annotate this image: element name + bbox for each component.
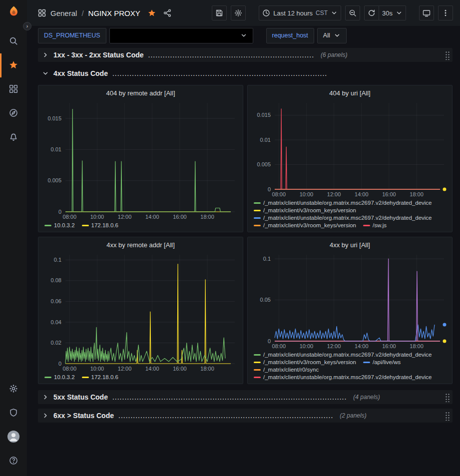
svg-text:08:00: 08:00	[63, 366, 77, 372]
svg-text:0.06: 0.06	[51, 298, 61, 304]
legend-item[interactable]: /_matrix/client/v3/room_keys/version	[254, 359, 356, 365]
svg-text:14:00: 14:00	[355, 191, 369, 197]
breadcrumb-separator: /	[81, 9, 83, 17]
svg-text:0.02: 0.02	[51, 340, 61, 346]
grafana-logo-icon[interactable]	[7, 5, 20, 20]
time-range-picker[interactable]: Last 12 hours CST	[259, 5, 341, 20]
svg-text:18:00: 18:00	[200, 366, 214, 372]
legend-item[interactable]: /_matrix/client/unstable/org.matrix.msc2…	[254, 352, 432, 358]
row-6xx-status-code[interactable]: 6xx > Status Code ......................…	[38, 409, 453, 423]
row-4xx-status-code[interactable]: 4xx Status Code ........................…	[38, 66, 453, 80]
svg-text:0.05: 0.05	[260, 297, 271, 303]
zoom-out-time-button[interactable]	[345, 5, 360, 20]
svg-text:16:00: 16:00	[382, 343, 396, 349]
row-title: 1xx - 3xx - 2xx Status Code	[53, 51, 144, 59]
page-title[interactable]: NGINX PROXY	[88, 9, 140, 17]
variable-label-request-host[interactable]: request_host	[266, 28, 314, 43]
dashboard-variables-bar: DS_PROMETHEUS request_host All	[27, 26, 460, 45]
shield-icon	[9, 408, 18, 419]
panel-title[interactable]: 4xx by remote addr [All]	[42, 240, 239, 251]
sidebar-item-server-admin[interactable]	[0, 401, 27, 425]
legend-item[interactable]: /_matrix/client/r0/sync	[254, 367, 319, 373]
dashboard-settings-button[interactable]	[231, 5, 246, 20]
panel-title[interactable]: 4xx by uri [All]	[252, 240, 448, 251]
legend-item[interactable]: 10.0.3.2	[44, 222, 75, 228]
timeseries-chart[interactable]: 08:0010:0012:0014:0016:0018:0000.0050.01…	[42, 99, 239, 221]
tv-mode-button[interactable]	[419, 5, 434, 20]
row-panel-count: (4 panels)	[353, 394, 380, 401]
refresh-button[interactable]	[364, 5, 379, 20]
row-title: 5xx Status Code	[53, 393, 108, 401]
sidebar-item-help[interactable]	[0, 449, 27, 473]
svg-text:16:00: 16:00	[173, 214, 187, 220]
variable-value-text: All	[323, 32, 330, 39]
legend-item[interactable]: /_matrix/client/unstable/org.matrix.msc2…	[254, 374, 432, 380]
row-5xx-status-code[interactable]: 5xx Status Code ........................…	[38, 390, 453, 404]
panel-title[interactable]: 404 by remote addr [All]	[42, 88, 239, 99]
sidebar-item-profile[interactable]	[0, 425, 27, 449]
row-drag-handle[interactable]	[445, 411, 450, 421]
svg-text:18:00: 18:00	[410, 343, 424, 349]
avatar	[7, 430, 20, 445]
dashboard-header: General / NGINX PROXY Last 12 hours CST …	[27, 0, 460, 26]
row-1xx-3xx-2xx-status-code[interactable]: 1xx - 3xx - 2xx Status Code ............…	[38, 48, 453, 62]
panel-title[interactable]: 404 by uri [All]	[252, 88, 448, 99]
help-icon	[9, 456, 18, 467]
refresh-interval-dropdown[interactable]: 30s	[379, 5, 406, 20]
kebab-menu-button[interactable]	[438, 5, 453, 20]
timeseries-chart[interactable]: 08:0010:0012:0014:0016:0018:0000.0050.01…	[252, 99, 448, 199]
favorite-star-icon[interactable]	[148, 9, 156, 17]
timeseries-chart[interactable]: 08:0010:0012:0014:0016:0018:0000.050.1	[252, 251, 448, 351]
chevron-right-icon	[42, 394, 49, 401]
search-icon	[9, 36, 18, 47]
svg-text:12:00: 12:00	[327, 191, 341, 197]
panel-legend: 10.0.3.2172.18.0.6	[42, 221, 239, 228]
sidebar	[0, 0, 27, 476]
svg-text:18:00: 18:00	[410, 191, 424, 197]
svg-text:16:00: 16:00	[173, 366, 187, 372]
legend-item[interactable]: /_matrix/client/v3/room_keys/version	[254, 207, 356, 213]
row-drag-handle[interactable]	[445, 393, 450, 402]
sidebar-item-dashboards[interactable]	[0, 77, 27, 101]
variable-value-request-host[interactable]: All	[317, 28, 347, 43]
legend-item[interactable]: /_matrix/client/unstable/org.matrix.msc2…	[254, 215, 432, 221]
sidebar-item-starred[interactable]	[0, 53, 27, 77]
timeseries-chart[interactable]: 08:0010:0012:0014:0016:0018:0000.020.040…	[42, 251, 239, 373]
svg-text:0.005: 0.005	[257, 161, 271, 167]
legend-item[interactable]: 172.18.0.6	[82, 374, 118, 380]
sidebar-expand-chevron[interactable]: ›	[23, 22, 31, 30]
svg-text:0.04: 0.04	[51, 319, 61, 325]
legend-item[interactable]: /api/live/ws	[363, 359, 401, 365]
bell-icon	[9, 132, 18, 143]
svg-text:10:00: 10:00	[300, 343, 314, 349]
svg-text:10:00: 10:00	[300, 191, 314, 197]
svg-text:0: 0	[268, 338, 271, 344]
save-dashboard-button[interactable]	[212, 5, 227, 20]
sidebar-item-alerting[interactable]	[0, 125, 27, 149]
svg-text:16:00: 16:00	[382, 191, 396, 197]
svg-text:0.1: 0.1	[54, 257, 61, 263]
legend-item[interactable]: /sw.js	[363, 222, 387, 228]
legend-item[interactable]: 172.18.0.6	[82, 222, 118, 228]
row-drag-handle[interactable]	[445, 50, 450, 60]
sidebar-item-search[interactable]	[0, 29, 27, 53]
sidebar-item-configuration[interactable]	[0, 377, 27, 401]
panel-404-by-uri: 404 by uri [All] 08:0010:0012:0014:0016:…	[247, 85, 453, 232]
legend-item[interactable]: 10.0.3.2	[44, 374, 75, 380]
share-icon[interactable]	[163, 9, 171, 17]
row-title: 4xx Status Code	[53, 69, 108, 77]
legend-item[interactable]: /_matrix/client/unstable/org.matrix.msc2…	[254, 200, 432, 206]
svg-text:12:00: 12:00	[118, 214, 132, 220]
svg-text:10:00: 10:00	[90, 366, 104, 372]
variable-label-ds-prometheus[interactable]: DS_PROMETHEUS	[38, 28, 106, 43]
refresh-interval-label: 30s	[382, 9, 393, 17]
sidebar-item-explore[interactable]	[0, 101, 27, 125]
svg-text:18:00: 18:00	[200, 214, 214, 220]
breadcrumb-folder[interactable]: General	[50, 9, 77, 17]
dashboard-grid-icon	[38, 9, 46, 17]
row-title-dots: ........................................…	[118, 412, 333, 420]
variable-value-ds-prometheus[interactable]	[109, 28, 253, 43]
svg-text:0.005: 0.005	[47, 177, 61, 183]
row-title: 6xx > Status Code	[53, 412, 114, 420]
legend-item[interactable]: /_matrix/client/v3/room_keys/version	[254, 222, 356, 228]
